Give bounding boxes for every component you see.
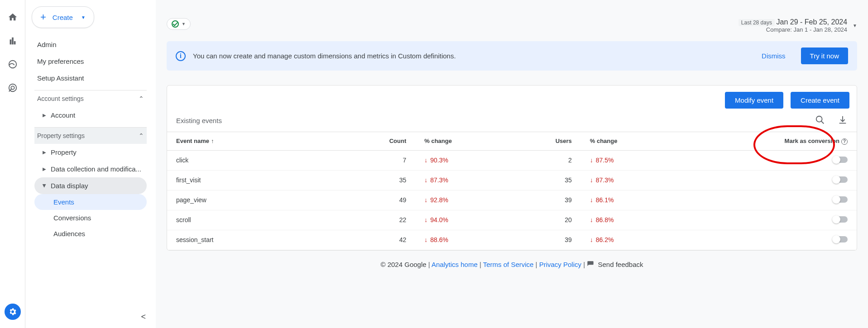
cell-users: 20 bbox=[512, 210, 580, 230]
plus-icon: + bbox=[40, 11, 46, 23]
explore-icon[interactable] bbox=[7, 59, 18, 70]
dismiss-button[interactable]: Dismiss bbox=[753, 52, 794, 60]
cell-change-count: ↓ 90.3% bbox=[415, 150, 512, 170]
cell-users: 35 bbox=[512, 170, 580, 190]
footer-link-privacy[interactable]: Privacy Policy bbox=[539, 261, 581, 268]
cell-event-name[interactable]: session_start bbox=[167, 230, 360, 250]
sidebar-item-data-collection[interactable]: ▶ Data collection and modifica... bbox=[34, 161, 147, 177]
cell-change-users: ↓ 87.3% bbox=[581, 170, 677, 190]
date-range-value: Jan 29 - Feb 25, 2024 bbox=[777, 18, 848, 26]
modify-event-button[interactable]: Modify event bbox=[725, 92, 783, 109]
arrow-down-icon: ↓ bbox=[590, 196, 593, 204]
chevron-right-icon: ▶ bbox=[43, 113, 46, 118]
info-banner: i You can now create and manage custom d… bbox=[167, 41, 857, 71]
nav-rail bbox=[0, 0, 25, 328]
sidebar-group-property-settings[interactable]: Property settings ⌃ bbox=[34, 127, 147, 144]
footer-feedback[interactable]: Send feedback bbox=[598, 261, 643, 268]
sidebar-item-setup-assistant[interactable]: Setup Assistant bbox=[34, 70, 147, 86]
check-circle-icon bbox=[172, 20, 179, 28]
sidebar-group-account-settings[interactable]: Account settings ⌃ bbox=[34, 90, 147, 107]
cell-change-count: ↓ 87.3% bbox=[415, 170, 512, 190]
chevron-down-icon: ▼ bbox=[853, 23, 857, 28]
sidebar-item-property[interactable]: ▶ Property bbox=[34, 144, 147, 161]
cell-change-count: ↓ 88.6% bbox=[415, 230, 512, 250]
page-footer: © 2024 Google | Analytics home | Terms o… bbox=[167, 251, 857, 280]
help-icon[interactable]: ? bbox=[841, 138, 848, 145]
create-button[interactable]: + Create ▼ bbox=[32, 6, 94, 28]
col-event-name[interactable]: Event name↑ bbox=[167, 132, 360, 151]
create-event-button[interactable]: Create event bbox=[791, 92, 849, 109]
sidebar-item-account[interactable]: ▶ Account bbox=[34, 107, 147, 124]
chevron-down-icon: ▶ bbox=[42, 184, 47, 188]
cell-change-users: ↓ 86.1% bbox=[581, 190, 677, 210]
cell-event-name[interactable]: click bbox=[167, 150, 360, 170]
chevron-up-icon: ⌃ bbox=[139, 95, 144, 102]
table-row: click7↓ 90.3%2↓ 87.5% bbox=[167, 150, 857, 170]
info-icon: i bbox=[176, 51, 186, 61]
download-icon[interactable] bbox=[838, 115, 848, 126]
chevron-right-icon: ▶ bbox=[43, 150, 46, 155]
arrow-down-icon: ↓ bbox=[424, 236, 427, 243]
conversion-toggle[interactable] bbox=[833, 176, 848, 183]
arrow-down-icon: ↓ bbox=[424, 196, 427, 204]
arrow-down-icon: ↓ bbox=[590, 236, 593, 243]
reports-icon[interactable] bbox=[7, 35, 18, 46]
conversion-toggle[interactable] bbox=[833, 216, 848, 223]
sidebar-sub-events[interactable]: Events bbox=[34, 194, 147, 210]
conversion-toggle[interactable] bbox=[833, 157, 848, 163]
cell-users: 39 bbox=[512, 190, 580, 210]
home-icon[interactable] bbox=[7, 12, 18, 23]
cell-event-name[interactable]: scroll bbox=[167, 210, 360, 230]
sidebar-item-label: Data display bbox=[51, 182, 88, 190]
conversion-toggle[interactable] bbox=[833, 236, 848, 242]
sidebar-group-label: Account settings bbox=[37, 95, 84, 102]
arrow-down-icon: ↓ bbox=[590, 157, 593, 164]
col-change-count[interactable]: % change bbox=[415, 132, 512, 151]
events-card: Modify event Create event Existing event… bbox=[167, 85, 857, 251]
status-chip[interactable]: ▼ bbox=[167, 18, 191, 30]
cell-users: 2 bbox=[512, 150, 580, 170]
footer-link-home[interactable]: Analytics home bbox=[432, 261, 478, 268]
sidebar-sub-conversions[interactable]: Conversions bbox=[34, 210, 147, 226]
cell-users: 39 bbox=[512, 230, 580, 250]
cell-event-name[interactable]: first_visit bbox=[167, 170, 360, 190]
cell-event-name[interactable]: page_view bbox=[167, 190, 360, 210]
sidebar-item-label: Property bbox=[51, 148, 77, 156]
arrow-down-icon: ↓ bbox=[590, 216, 593, 223]
advertising-icon[interactable] bbox=[7, 82, 18, 93]
chevron-down-icon: ▼ bbox=[182, 22, 186, 26]
arrow-down-icon: ↓ bbox=[424, 176, 427, 184]
col-count[interactable]: Count bbox=[360, 132, 415, 151]
cell-toggle bbox=[677, 230, 857, 250]
date-range-picker[interactable]: Last 28 days Jan 29 - Feb 25, 2024 Compa… bbox=[739, 18, 857, 33]
chevron-up-icon: ⌃ bbox=[139, 132, 144, 139]
date-range-label: Last 28 days bbox=[739, 19, 775, 26]
search-icon[interactable] bbox=[815, 115, 825, 126]
feedback-icon bbox=[587, 261, 594, 269]
chevron-down-icon: ▼ bbox=[81, 15, 86, 20]
admin-gear-icon[interactable] bbox=[5, 304, 21, 320]
col-change-users[interactable]: % change bbox=[581, 132, 677, 151]
sidebar-item-data-display[interactable]: ▶ Data display bbox=[34, 177, 147, 194]
arrow-down-icon: ↓ bbox=[424, 216, 427, 223]
cell-toggle bbox=[677, 190, 857, 210]
collapse-sidebar-button[interactable]: < bbox=[141, 312, 146, 322]
conversion-toggle[interactable] bbox=[833, 196, 848, 203]
col-users[interactable]: Users bbox=[512, 132, 580, 151]
try-it-now-button[interactable]: Try it now bbox=[801, 48, 848, 64]
cell-toggle bbox=[677, 150, 857, 170]
cell-change-users: ↓ 86.2% bbox=[581, 230, 677, 250]
table-row: scroll22↓ 94.0%20↓ 86.8% bbox=[167, 210, 857, 230]
sidebar-item-admin[interactable]: Admin bbox=[34, 36, 147, 53]
cell-change-users: ↓ 87.5% bbox=[581, 150, 677, 170]
footer-link-tos[interactable]: Terms of Service bbox=[483, 261, 534, 268]
table-row: session_start42↓ 88.6%39↓ 86.2% bbox=[167, 230, 857, 250]
events-table: Event name↑ Count % change Users % chang… bbox=[167, 132, 857, 250]
sidebar-sub-audiences[interactable]: Audiences bbox=[34, 226, 147, 242]
sidebar-item-preferences[interactable]: My preferences bbox=[34, 53, 147, 70]
footer-copyright: © 2024 Google bbox=[380, 261, 426, 268]
table-row: page_view49↓ 92.8%39↓ 86.1% bbox=[167, 190, 857, 210]
svg-point-3 bbox=[816, 116, 822, 122]
sidebar-item-label: Account bbox=[51, 111, 75, 119]
table-title: Existing events bbox=[176, 117, 222, 124]
